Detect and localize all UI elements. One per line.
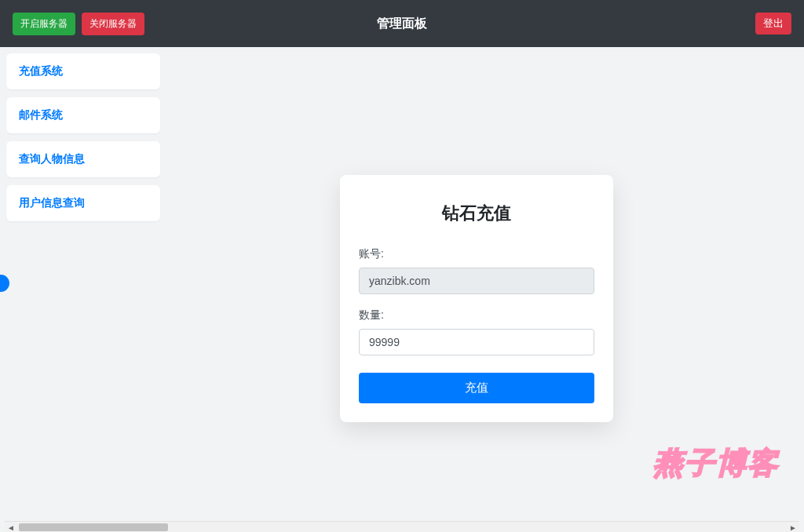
horizontal-scrollbar[interactable]: ◄ ►: [5, 521, 799, 532]
amount-input[interactable]: [359, 329, 594, 355]
content-wrapper: 充值系统 邮件系统 查询人物信息 用户信息查询 钻石充值 账号: 数量: 充值 …: [0, 47, 804, 532]
watermark-text: 燕子博客: [653, 443, 779, 483]
account-input[interactable]: [359, 268, 594, 294]
amount-label: 数量:: [359, 308, 594, 322]
header-right-controls: 登出: [755, 13, 791, 35]
card-title: 钻石充值: [359, 202, 594, 225]
sidebar-item-label: 查询人物信息: [19, 152, 85, 165]
app-header: 开启服务器 关闭服务器 管理面板 登出: [0, 0, 804, 47]
sidebar-item-user-query[interactable]: 用户信息查询: [6, 185, 160, 221]
sidebar-item-recharge[interactable]: 充值系统: [6, 53, 160, 89]
main-area: 钻石充值 账号: 数量: 充值 燕子博客: [177, 47, 796, 521]
start-server-button[interactable]: 开启服务器: [13, 13, 75, 35]
sidebar-item-label: 用户信息查询: [19, 196, 85, 209]
scroll-right-arrow-icon[interactable]: ►: [787, 522, 799, 532]
scroll-thumb[interactable]: [19, 523, 168, 531]
scroll-left-arrow-icon[interactable]: ◄: [5, 522, 17, 532]
page-title: 管理面板: [377, 16, 427, 32]
stop-server-button[interactable]: 关闭服务器: [82, 13, 144, 35]
sidebar-item-mail[interactable]: 邮件系统: [6, 97, 160, 133]
sidebar-item-label: 充值系统: [19, 64, 63, 77]
logout-button[interactable]: 登出: [755, 13, 791, 35]
sidebar: 充值系统 邮件系统 查询人物信息 用户信息查询: [0, 47, 166, 521]
account-label: 账号:: [359, 247, 594, 261]
amount-field-group: 数量:: [359, 308, 594, 355]
sidebar-item-label: 邮件系统: [19, 108, 63, 121]
header-left-controls: 开启服务器 关闭服务器: [13, 13, 144, 35]
sidebar-item-character-query[interactable]: 查询人物信息: [6, 141, 160, 177]
recharge-submit-button[interactable]: 充值: [359, 373, 594, 403]
account-field-group: 账号:: [359, 247, 594, 294]
recharge-card: 钻石充值 账号: 数量: 充值: [340, 175, 613, 422]
